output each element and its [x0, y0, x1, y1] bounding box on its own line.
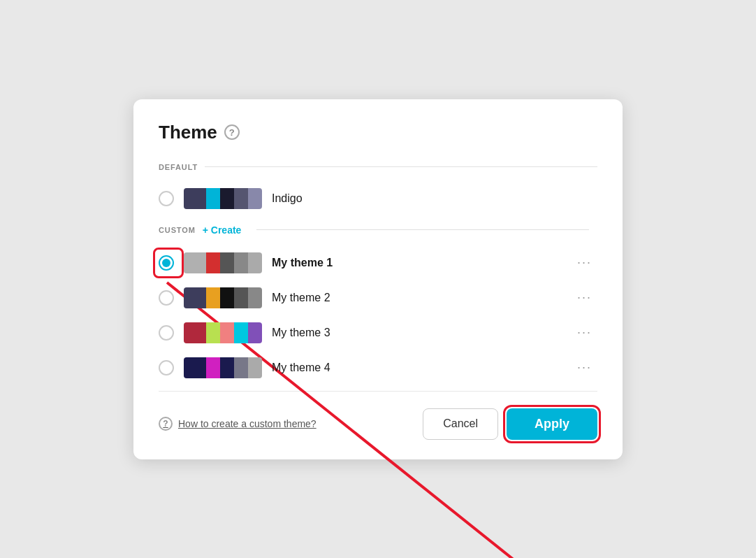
theme-name-2: My theme 2: [272, 292, 562, 304]
theme-name-indigo: Indigo: [272, 192, 597, 205]
radio-theme-2[interactable]: [159, 290, 174, 306]
theme-row-3: My theme 3 ···: [159, 315, 597, 350]
footer-buttons: Cancel Apply: [423, 408, 597, 440]
cancel-button[interactable]: Cancel: [423, 408, 498, 440]
theme-row-indigo: Indigo: [159, 181, 597, 216]
title-help-icon[interactable]: ?: [224, 124, 240, 140]
theme-name-1: My theme 1: [272, 257, 562, 269]
dialog-title: Theme: [159, 122, 217, 143]
custom-section-label: CUSTOM + Create: [159, 224, 597, 236]
theme-dialog: Theme ? DEFAULT Indigo CUSTOM + Create: [133, 99, 623, 459]
custom-section: CUSTOM + Create My theme 1 ···: [159, 224, 597, 385]
theme-row-4: My theme 4 ···: [159, 350, 597, 385]
theme-row-2: My theme 2 ···: [159, 280, 597, 315]
more-menu-2[interactable]: ···: [572, 287, 597, 308]
default-section: DEFAULT Indigo: [159, 163, 597, 216]
swatch-theme-1: [184, 252, 262, 273]
radio-theme-1[interactable]: [159, 255, 174, 271]
radio-theme-4[interactable]: [159, 360, 174, 375]
more-menu-3[interactable]: ···: [572, 322, 597, 343]
help-link-icon: ?: [159, 417, 173, 431]
dialog-footer: ? How to create a custom theme? Cancel A…: [159, 408, 597, 440]
swatch-theme-3: [184, 322, 262, 343]
more-menu-1[interactable]: ···: [572, 252, 597, 273]
radio-inner-1: [162, 259, 170, 267]
apply-button[interactable]: Apply: [507, 408, 597, 440]
help-link[interactable]: ? How to create a custom theme?: [159, 417, 317, 431]
radio-theme-3[interactable]: [159, 325, 174, 341]
create-theme-button[interactable]: + Create: [203, 224, 242, 236]
theme-row-1: My theme 1 ···: [159, 245, 597, 280]
theme-name-3: My theme 3: [272, 327, 562, 339]
more-menu-4[interactable]: ···: [572, 357, 597, 378]
help-link-text: How to create a custom theme?: [178, 418, 317, 429]
radio-indigo[interactable]: [159, 191, 174, 206]
theme-name-4: My theme 4: [272, 362, 562, 374]
swatch-theme-2: [184, 287, 262, 308]
dialog-header: Theme ?: [159, 122, 597, 143]
swatch-indigo: [184, 188, 262, 209]
footer-divider: [159, 391, 597, 392]
swatch-theme-4: [184, 357, 262, 378]
default-section-label: DEFAULT: [159, 163, 597, 171]
